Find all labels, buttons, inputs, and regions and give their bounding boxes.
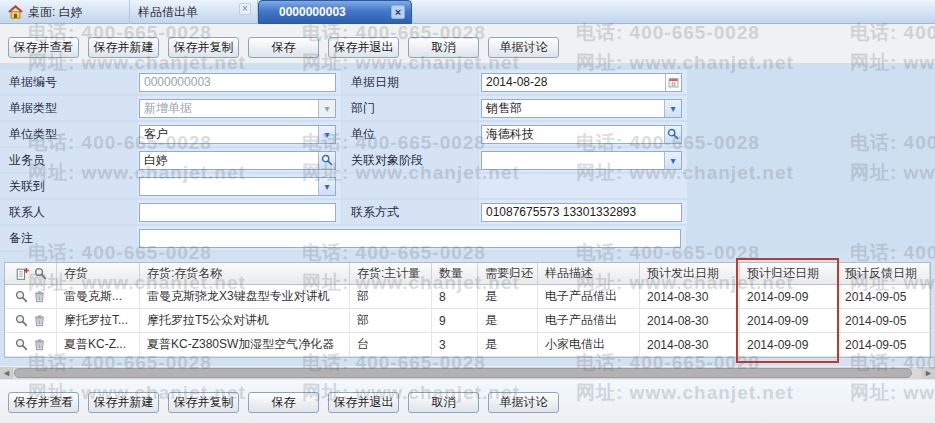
tab-2[interactable]: 样品借出单×	[130, 0, 258, 24]
scroll-left-arrow-icon[interactable]: ◄	[0, 367, 13, 379]
tab-label: 样品借出单	[138, 4, 198, 21]
chevron-down-icon[interactable]: ▾	[664, 152, 681, 169]
column-header[interactable]: 存货:主计量	[350, 263, 432, 285]
toolbar-button[interactable]: 保存并复制	[168, 392, 239, 413]
salesman-input[interactable]	[140, 152, 318, 169]
cell: 2014-09-09	[740, 333, 838, 357]
table-row: 雷曼克斯...雷曼克斯骁龙X3键盘型专业对讲机部8是电子产品借出2014-08-…	[5, 285, 930, 309]
scroll-right-arrow-icon[interactable]: ►	[922, 367, 935, 379]
column-header[interactable]: 存货	[57, 263, 140, 285]
form-region: 单据编号 单据日期 单据类型 ▾ 部门	[0, 64, 935, 252]
row-search-icon[interactable]	[15, 338, 28, 351]
toolbar-button[interactable]: 取消	[408, 37, 479, 58]
column-header[interactable]: 预计反馈日期	[838, 263, 930, 285]
doc-type-input[interactable]	[140, 100, 318, 117]
remark-field	[137, 226, 686, 250]
unit-type-input[interactable]	[140, 126, 318, 143]
row-delete-icon[interactable]	[33, 290, 46, 303]
search-icon[interactable]	[664, 126, 681, 143]
cell: 是	[478, 333, 538, 357]
cell: 2014-08-30	[640, 333, 740, 357]
chevron-down-icon[interactable]: ▾	[664, 100, 681, 117]
toolbar-button[interactable]: 保存并退出	[328, 392, 399, 413]
cell: 2014-09-05	[838, 309, 930, 333]
table-header-row: 存货存货:存货名称存货:主计量数量需要归还样品描述预计发出日期预计归还日期预计反…	[5, 263, 930, 285]
search-icon[interactable]	[34, 267, 47, 280]
column-header[interactable]: 预计发出日期	[640, 263, 740, 285]
cell: 摩托罗拉T5公众对讲机	[140, 309, 350, 333]
unit-input[interactable]	[482, 126, 664, 143]
form-row: 备注	[0, 226, 935, 250]
cell: 摩托罗拉T...	[57, 309, 140, 333]
contact-input[interactable]	[140, 204, 335, 221]
unit-type-label: 单位类型	[0, 122, 136, 146]
row-delete-icon[interactable]	[33, 314, 46, 327]
unit-label: 单位	[342, 122, 478, 146]
tab-3[interactable]: 0000000003×	[258, 0, 412, 24]
row-search-icon[interactable]	[15, 314, 28, 327]
cell: 夏普KC-Z380SW加湿型空气净化器	[140, 333, 350, 357]
cell: 2014-09-05	[838, 285, 930, 309]
related-to-input[interactable]	[140, 178, 318, 195]
salesman-field	[137, 148, 341, 172]
department-input[interactable]	[482, 100, 664, 117]
contact-info-label: 联系方式	[342, 200, 478, 224]
toolbar-button[interactable]: 取消	[408, 392, 479, 413]
toolbar-button[interactable]: 保存并新建	[88, 37, 159, 58]
cell: 小家电借出	[538, 333, 640, 357]
column-header[interactable]: 数量	[432, 263, 478, 285]
cell: 3	[432, 333, 478, 357]
cell: 电子产品借出	[538, 285, 640, 309]
row-search-icon[interactable]	[15, 290, 28, 303]
cell: 雷曼克斯...	[57, 285, 140, 309]
doc-no-input[interactable]	[140, 74, 335, 91]
tab-1[interactable]: 桌面: 白婷	[0, 0, 130, 24]
empty-label-cell	[342, 174, 478, 198]
items-table: 存货存货:存货名称存货:主计量数量需要归还样品描述预计发出日期预计归还日期预计反…	[4, 262, 931, 358]
doc-date-label: 单据日期	[342, 70, 478, 94]
column-header[interactable]: 需要归还	[478, 263, 538, 285]
calendar-icon[interactable]	[665, 74, 681, 91]
form-row: 联系人 联系方式	[0, 200, 935, 224]
cell: 部	[350, 309, 432, 333]
related-stage-field: ▾	[479, 148, 687, 172]
doc-date-input[interactable]	[482, 74, 665, 91]
toolbar-button[interactable]: 保存并复制	[168, 37, 239, 58]
row-delete-icon[interactable]	[33, 338, 46, 351]
toolbar-button[interactable]: 保存	[248, 392, 319, 413]
remark-input[interactable]	[140, 230, 680, 247]
doc-no-label: 单据编号	[0, 70, 136, 94]
toolbar-button[interactable]: 保存并新建	[88, 392, 159, 413]
toolbar-button[interactable]: 保存	[248, 37, 319, 58]
scrollbar-thumb[interactable]	[14, 368, 912, 378]
close-icon[interactable]: ×	[239, 3, 251, 15]
department-label: 部门	[342, 96, 478, 120]
row-actions	[5, 285, 57, 309]
column-header[interactable]: 预计归还日期	[740, 263, 838, 285]
form-row: 关联到 ▾	[0, 174, 935, 198]
cell: 夏普KC-Z...	[57, 333, 140, 357]
search-icon[interactable]	[318, 152, 335, 169]
related-stage-input[interactable]	[482, 152, 664, 169]
horizontal-scrollbar[interactable]: ◄ ►	[0, 366, 935, 379]
toolbar-button[interactable]: 单据讨论	[488, 392, 559, 413]
chevron-down-icon[interactable]: ▾	[318, 178, 335, 195]
toolbar-buttons: 保存并查看保存并新建保存并复制保存保存并退出取消单据讨论	[8, 37, 559, 58]
form-row: 业务员 关联对象阶段 ▾	[0, 148, 935, 172]
cell: 部	[350, 285, 432, 309]
chevron-down-icon[interactable]: ▾	[318, 126, 335, 143]
toolbar-button[interactable]: 单据讨论	[488, 37, 559, 58]
contact-info-input[interactable]	[482, 204, 681, 221]
table-row: 夏普KC-Z...夏普KC-Z380SW加湿型空气净化器台3是小家电借出2014…	[5, 333, 930, 357]
add-row-icon[interactable]	[15, 267, 29, 281]
column-header[interactable]: 样品描述	[538, 263, 640, 285]
cell: 2014-09-09	[740, 309, 838, 333]
close-icon[interactable]: ×	[391, 5, 405, 19]
cell: 2014-08-30	[640, 309, 740, 333]
row-actions	[5, 309, 57, 333]
toolbar-button[interactable]: 保存并查看	[8, 392, 79, 413]
chevron-down-icon[interactable]: ▾	[318, 100, 335, 117]
toolbar-button[interactable]: 保存并查看	[8, 37, 79, 58]
toolbar-button[interactable]: 保存并退出	[328, 37, 399, 58]
column-header[interactable]: 存货:存货名称	[140, 263, 350, 285]
